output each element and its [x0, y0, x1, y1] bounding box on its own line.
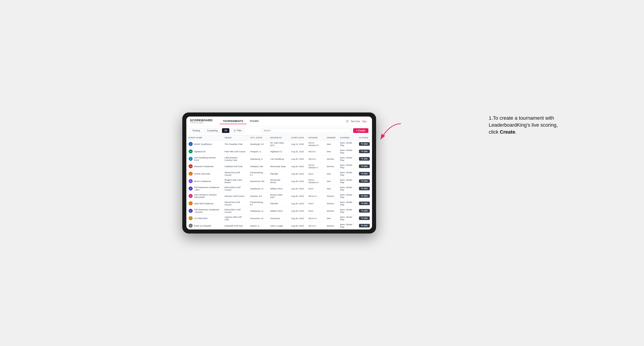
cell-venue: Park Hills Golf Course	[222, 148, 248, 155]
cell-venue: Lake Bracken Country Club	[222, 155, 248, 163]
cell-hosted-by: Pikeville	[268, 170, 289, 177]
edit-button[interactable]: Edit	[359, 179, 370, 183]
edit-button[interactable]: Edit	[359, 209, 370, 213]
table-row: M Maverick Invitational Faribault Golf C…	[186, 163, 372, 170]
event-name-text: VU PREVIEW	[194, 217, 208, 220]
all-button[interactable]: All	[222, 128, 230, 133]
cell-gender: Women	[324, 163, 338, 170]
table-row: U UPIKE Fall Invite StoneCrest Golf Cour…	[186, 170, 372, 177]
team-logo: W	[188, 186, 193, 190]
event-name-text: Klash at Kokopelli	[194, 224, 211, 227]
table-row: H Highland 36 Park Hills Golf Course Fre…	[186, 148, 372, 155]
event-name-text: Maverick Invitational	[194, 165, 214, 168]
cell-division: NICAA II	[306, 215, 324, 222]
event-name-text: Highland 36	[194, 150, 206, 153]
cell-actions: Edit	[357, 140, 372, 148]
nav-tabs: TOURNAMENTS TEAMS	[220, 118, 262, 124]
cell-city-state: Newburgh, NY	[248, 140, 268, 148]
cell-start-date: Aug 28, 2023	[289, 163, 306, 170]
cell-division: NICAA I	[306, 155, 324, 163]
edit-button[interactable]: Edit	[359, 194, 370, 198]
edit-button[interactable]: Edit	[359, 201, 370, 205]
toolbar: Hosting Competing All ☰ Filter + Create	[186, 126, 372, 135]
team-logo: C	[188, 157, 193, 161]
cell-start-date: Aug 25, 2023	[289, 148, 306, 155]
logo-title: SCOREBOARD	[190, 119, 212, 122]
cell-event-name: M Morris Invitational	[186, 177, 222, 185]
table-body: M MSMC Qualifying 1 The Powelton Club Ne…	[186, 140, 372, 229]
cell-event-name: U UPIKE Fall Invite	[186, 170, 222, 177]
user-label: Test User	[350, 120, 360, 123]
cell-start-date: Aug 28, 2023	[289, 222, 306, 229]
instruction-area: 1.To create a tournament with Leaderboar…	[394, 113, 480, 115]
cell-actions: Edit	[357, 192, 372, 200]
events-table: EVENT NAME VENUE CITY, STATE HOSTED BY S…	[186, 135, 372, 229]
cell-event-name: H 2023 Women's Hesston Fall Kickoff	[186, 192, 222, 200]
cell-gender: Women	[324, 192, 338, 200]
cell-event-name: W Fall Statesmen Invitational - Men	[186, 185, 222, 192]
cell-city-state: Galesburg, IL	[248, 155, 268, 163]
cell-scoring: team, Stroke Play	[338, 222, 357, 229]
edit-button[interactable]: Edit	[359, 187, 370, 190]
table-row: C Carl Sandburg Women FA23 Lake Bracken …	[186, 155, 372, 163]
cell-event-name: W Fall Statesmen Invitational - Women	[186, 207, 222, 215]
team-logo: W	[188, 209, 193, 213]
team-logo: M	[188, 142, 193, 146]
event-name-text: MSMC Qualifying 1	[194, 143, 212, 145]
edit-button[interactable]: Edit	[359, 157, 370, 161]
cell-start-date: Aug 26, 2023	[289, 155, 306, 163]
edit-button[interactable]: Edit	[359, 165, 370, 168]
tab-teams[interactable]: TEAMS	[246, 118, 262, 124]
cell-scoring: team, Stroke Play	[338, 170, 357, 177]
hosting-button[interactable]: Hosting	[190, 128, 202, 133]
cell-division: NCAA Division III	[306, 140, 324, 148]
cell-hosted-by: Murray State (OK)	[268, 192, 289, 200]
cell-division: NAIA	[306, 207, 324, 215]
cell-actions: Edit	[357, 163, 372, 170]
cell-gender: Men	[324, 185, 338, 192]
cell-event-name: C Carl Sandburg Women FA23	[186, 155, 222, 163]
cell-actions: Edit	[357, 215, 372, 222]
filter-button[interactable]: ☰ Filter	[231, 128, 244, 133]
cell-division: NICAA I	[306, 222, 324, 229]
col-scoring: SCORING	[338, 135, 357, 140]
edit-button[interactable]: Edit	[359, 172, 370, 175]
table-header: EVENT NAME VENUE CITY, STATE HOSTED BY S…	[186, 135, 372, 140]
col-actions: ACTIONS	[357, 135, 372, 140]
tablet-frame: SCOREBOARD Powered by Clippit TOURNAMENT…	[182, 113, 376, 233]
create-button[interactable]: + Create	[353, 128, 368, 133]
cell-event-name: V VU PREVIEW	[186, 215, 222, 222]
table-row: W Fall Statesmen Invitational - Men Edmu…	[186, 185, 372, 192]
cell-venue: StoneCrest Golf Course	[222, 200, 248, 207]
cell-city-state: Freeport, IL	[248, 148, 268, 155]
col-gender: GENDER	[324, 135, 338, 140]
tab-tournaments[interactable]: TOURNAMENTS	[220, 118, 246, 124]
cell-division: NAIA	[306, 200, 324, 207]
event-name-text: Fall Statesmen Invitational - Men	[194, 186, 220, 191]
team-logo: U	[188, 201, 193, 205]
search-input[interactable]	[261, 128, 351, 133]
cell-actions: Edit	[357, 177, 372, 185]
cell-city-state: Vincennes, IN	[248, 215, 268, 222]
competing-button[interactable]: Competing	[204, 128, 220, 133]
cell-event-name: U upike fall invitational	[186, 200, 222, 207]
cell-scoring: team, Stroke Play	[338, 215, 357, 222]
cell-venue: Edmundson Golf Course	[222, 207, 248, 215]
sign-link[interactable]: Sign...	[362, 120, 368, 123]
header-right: ⚙ Test User Sign...	[346, 120, 368, 123]
edit-button[interactable]: Edit	[359, 150, 370, 153]
edit-button[interactable]: Edit	[359, 142, 370, 146]
cell-event-name: M MSMC Qualifying 1	[186, 140, 222, 148]
table-row: U upike fall invitational StoneCrest Gol…	[186, 200, 372, 207]
cell-scoring: team, Stroke Play	[338, 192, 357, 200]
edit-button[interactable]: Edit	[359, 224, 370, 227]
gear-icon[interactable]: ⚙	[346, 120, 349, 123]
cell-division: NAIA	[306, 185, 324, 192]
team-logo: K	[188, 224, 193, 228]
event-name-text: upike fall invitational	[194, 202, 213, 205]
table-row: W Fall Statesmen Invitational - Women Ed…	[186, 207, 372, 215]
cell-start-date: Aug 28, 2023	[289, 207, 306, 215]
edit-button[interactable]: Edit	[359, 216, 370, 220]
cell-city-state: Hesston, KS	[248, 192, 268, 200]
logo: SCOREBOARD Powered by Clippit	[190, 119, 212, 124]
